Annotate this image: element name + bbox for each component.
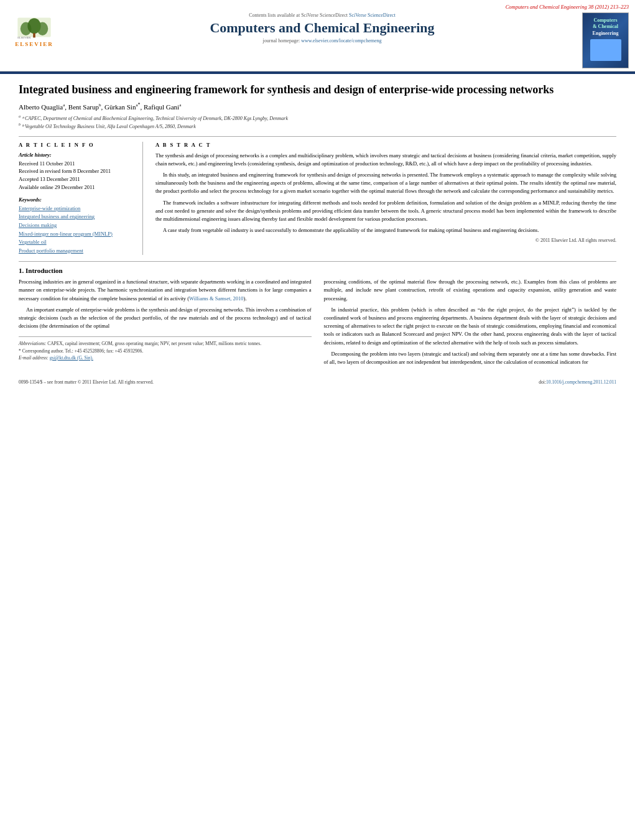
elsevier-text: ELSEVIER — [15, 41, 53, 47]
sup-star: * — [138, 102, 141, 108]
article-history-label: Article history: — [19, 152, 133, 158]
elsevier-tree-icon: ELSEVIER — [12, 15, 56, 40]
affiliation-b: b ᵇ Vegetable Oil Technology Business Un… — [19, 122, 616, 130]
article-info-section: A R T I C L E I N F O Article history: R… — [19, 136, 616, 256]
intro-section: Processing industries are in general org… — [19, 278, 616, 369]
ref-williams[interactable]: Williams & Samset, 2010 — [189, 295, 244, 302]
cover-image — [590, 39, 621, 61]
cover-bot-text: Engineering — [593, 30, 619, 37]
sciverse-link[interactable]: SciVerse ScienceDirect — [349, 12, 396, 18]
sciverse-line: Contents lists available at SciVerse Sci… — [75, 12, 570, 18]
intro-body-left: Processing industries are in general org… — [19, 278, 312, 330]
header: Computers and Chemical Engineering 38 (2… — [0, 0, 635, 72]
history-revised: Received in revised form 8 December 2011 — [19, 167, 133, 175]
footnote-label: Abbreviations: — [19, 341, 46, 346]
abstract-p3: The framework includes a software infras… — [155, 199, 616, 224]
intro-col-right: processing conditions, of the optimal ma… — [324, 278, 617, 369]
journal-cover-thumbnail: Computers& Chemical Engineering — [582, 12, 629, 68]
abstract-text: The synthesis and design of processing n… — [155, 152, 616, 235]
intro-col-left: Processing industries are in general org… — [19, 278, 312, 369]
abstract-heading: A B S T R A C T — [155, 142, 616, 148]
footnote-corresponding: * Corresponding author. Tel.: +45 452528… — [19, 348, 312, 354]
keyword-6[interactable]: Product portfolio management — [19, 247, 133, 256]
page-footer: 0098-1354/$ – see front matter © 2011 El… — [0, 376, 635, 389]
keyword-4[interactable]: Mixed-integer non-linear program (MINLP) — [19, 230, 133, 239]
journal-title: Computers and Chemical Engineering — [75, 20, 570, 36]
abstract-col: A B S T R A C T The synthesis and design… — [155, 142, 616, 256]
footer-doi: doi:10.1016/j.compchemeng.2011.12.011 — [539, 379, 616, 385]
svg-rect-4 — [33, 33, 35, 37]
article-title: Integrated business and engineering fram… — [19, 83, 616, 97]
doi-link[interactable]: 10.1016/j.compchemeng.2011.12.011 — [546, 379, 616, 385]
intro-p1: Processing industries are in general org… — [19, 278, 312, 303]
email-link[interactable]: gsi@kt.dtu.dk (G. Sin). — [50, 355, 93, 361]
intro-col2-p3: Decomposing the problem into two layers … — [324, 350, 617, 366]
sup-a: a — [63, 103, 65, 108]
svg-point-3 — [37, 22, 48, 35]
intro-col2-p1: processing conditions, of the optimal ma… — [324, 278, 617, 303]
intro-p2: An important example of enterprise-wide … — [19, 306, 312, 331]
keywords-label: Keywords: — [19, 196, 133, 203]
article-info-col: A R T I C L E I N F O Article history: R… — [19, 142, 143, 256]
footnote-email-label: E-mail address: — [19, 355, 49, 361]
footnote-abbrev: Abbreviations: CAPEX, capital investment… — [19, 340, 312, 347]
abstract-p1: The synthesis and design of processing n… — [155, 152, 616, 168]
footnotes-area: Abbreviations: CAPEX, capital investment… — [19, 336, 312, 361]
journal-ref: Computers and Chemical Engineering 38 (2… — [6, 4, 629, 10]
authors-line: Alberto Quagliaa, Bent Sarupb, Gürkan Si… — [19, 102, 616, 111]
keyword-5[interactable]: Vegetable oil — [19, 238, 133, 247]
homepage-link[interactable]: www.elsevier.com/locate/compchemeng — [301, 38, 381, 44]
abstract-p4: A case study from vegetable oil industry… — [155, 226, 616, 234]
history-accepted: Accepted 13 December 2011 — [19, 175, 133, 183]
cover-top-text: Computers& Chemical — [593, 17, 618, 30]
keyword-1[interactable]: Enterprise-wide optimization — [19, 205, 133, 213]
article-info-heading: A R T I C L E I N F O — [19, 142, 133, 148]
keyword-3[interactable]: Decisions making — [19, 221, 133, 230]
elsevier-logo: ELSEVIER ELSEVIER — [6, 12, 62, 50]
history-available: Available online 29 December 2011 — [19, 183, 133, 192]
abstract-p2: In this study, an integrated business an… — [155, 171, 616, 196]
affiliations: a ᵃ CAPEC, Department of Chemical and Bi… — [19, 114, 616, 130]
svg-text:ELSEVIER: ELSEVIER — [17, 36, 30, 39]
main-content: Integrated business and engineering fram… — [0, 74, 635, 376]
section-divider — [19, 261, 616, 262]
affiliation-a: a ᵃ CAPEC, Department of Chemical and Bi… — [19, 114, 616, 122]
journal-homepage: journal homepage: www.elsevier.com/locat… — [75, 38, 570, 44]
intro-body-right: processing conditions, of the optimal ma… — [324, 278, 617, 366]
history-received: Received 11 October 2011 — [19, 160, 133, 168]
section1-title: 1. Introduction — [19, 267, 616, 274]
intro-col2-p2: In industrial practice, this problem (wh… — [324, 306, 617, 347]
copyright-line: © 2011 Elsevier Ltd. All rights reserved… — [155, 238, 616, 243]
keyword-2[interactable]: Integrated business and engineering — [19, 213, 133, 221]
header-center: Contents lists available at SciVerse Sci… — [62, 12, 582, 44]
footnote-email: E-mail address: gsi@kt.dtu.dk (G. Sin). — [19, 354, 312, 361]
sup-a3: a — [179, 103, 181, 108]
sup-b: b — [99, 103, 101, 108]
footer-issn: 0098-1354/$ – see front matter © 2011 El… — [19, 379, 154, 385]
